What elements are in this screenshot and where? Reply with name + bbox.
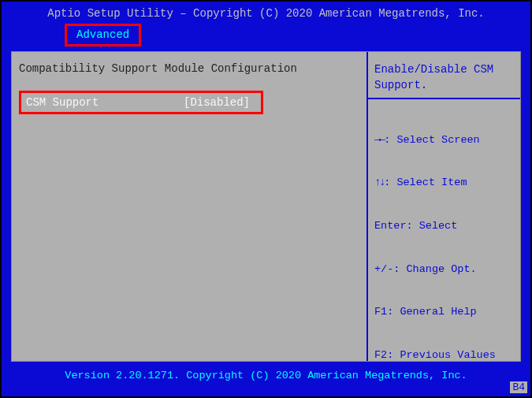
hotkey-select-screen: : Select Screen xyxy=(374,133,515,147)
arrow-left-right-icon xyxy=(374,134,384,146)
hotkey-f3: F3: Optimized Defaults xyxy=(374,392,515,398)
help-text: Enable/Disable CSM Support. xyxy=(374,62,515,93)
hotkeys-list: : Select Screen : Select Item Enter: Sel… xyxy=(374,104,515,398)
help-panel: Enable/Disable CSM Support. : Select Scr… xyxy=(366,51,521,362)
tab-row: Advanced xyxy=(9,24,523,47)
hotkey-enter: Enter: Select xyxy=(374,219,515,233)
tab-advanced[interactable]: Advanced xyxy=(65,24,141,47)
hotkey-select-item: : Select Item xyxy=(374,176,515,190)
hotkey-f1: F1: General Help xyxy=(374,305,515,319)
bios-header: Aptio Setup Utility – Copyright (C) 2020… xyxy=(2,2,530,46)
setting-csm-support[interactable]: CSM Support [Disabled] xyxy=(19,91,263,114)
panel-divider xyxy=(368,98,521,99)
arrow-up-down-icon xyxy=(374,177,384,188)
hotkey-f2: F2: Previous Values xyxy=(374,348,515,363)
main-frame: Compatibility Support Module Configurati… xyxy=(9,50,523,363)
hotkey-change: +/-: Change Opt. xyxy=(374,262,515,277)
corner-badge: B4 xyxy=(510,381,527,393)
settings-panel: Compatibility Support Module Configurati… xyxy=(11,51,366,362)
section-title: Compatibility Support Module Configurati… xyxy=(19,62,359,75)
setting-value: [Disabled] xyxy=(184,96,250,109)
header-title: Aptio Setup Utility – Copyright (C) 2020… xyxy=(9,6,523,22)
setting-label: CSM Support xyxy=(26,96,184,109)
